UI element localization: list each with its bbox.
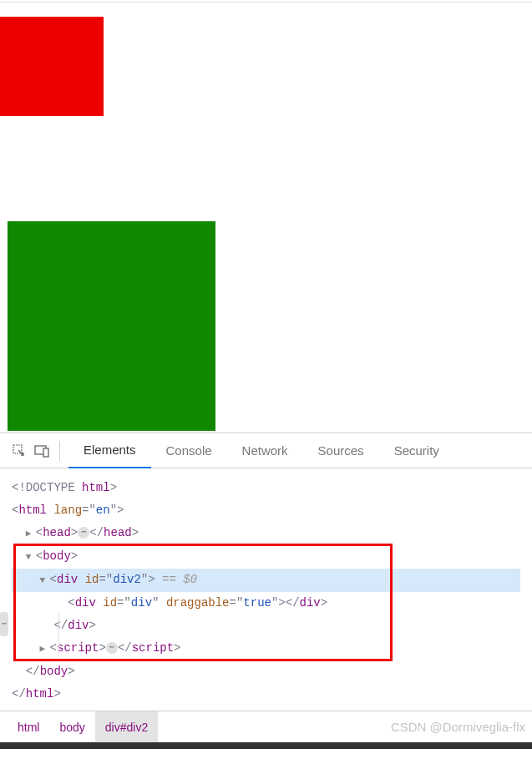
tree-guide-line (58, 612, 59, 657)
dom-doctype[interactable]: <!DOCTYPE html> (12, 477, 520, 499)
ellipsis-icon[interactable]: ⋯ (106, 642, 118, 654)
bottom-strip (0, 742, 532, 749)
breadcrumb-html[interactable]: html (8, 711, 49, 742)
green-box[interactable] (8, 221, 215, 431)
dom-div2-close[interactable]: </div> (12, 615, 520, 637)
inspect-icon[interactable] (8, 439, 31, 463)
tab-security[interactable]: Security (379, 433, 454, 468)
watermark-text: CSDN @Dormiveglia-flx (391, 720, 525, 734)
dom-div-inner[interactable]: <div id="div" draggable="true"></div> (12, 592, 520, 615)
dom-div2-open[interactable]: ▼<div id="div2"> == $0 (12, 569, 520, 592)
device-toggle-icon[interactable] (31, 439, 54, 463)
breadcrumb-bar: html body div#div2 CSDN @Dormiveglia-flx (0, 711, 532, 742)
red-box[interactable] (0, 17, 104, 116)
tab-console[interactable]: Console (151, 433, 227, 468)
dom-html-close[interactable]: </html> (12, 683, 520, 706)
tab-sources[interactable]: Sources (303, 433, 379, 468)
dom-tree[interactable]: ⋯ <!DOCTYPE html> <html lang="en"> ▶<hea… (0, 468, 532, 711)
dom-script[interactable]: ▶<script>⋯</script> (12, 637, 520, 660)
page-content (0, 3, 532, 433)
tab-elements[interactable]: Elements (68, 433, 151, 468)
devtools-tabs: Elements Console Network Sources Securit… (0, 433, 532, 468)
breadcrumb-div2[interactable]: div#div2 (95, 711, 158, 742)
devtools-panel: Elements Console Network Sources Securit… (0, 433, 532, 749)
ellipsis-icon[interactable]: ⋯ (78, 527, 89, 539)
dom-body-close[interactable]: </body> (12, 660, 520, 683)
dom-html-open[interactable]: <html lang="en"> (12, 499, 520, 522)
tab-divider (59, 441, 60, 461)
dom-body-open[interactable]: ▼<body> (12, 545, 520, 569)
dom-selected-marker-icon: ⋯ (0, 612, 8, 636)
breadcrumb-body[interactable]: body (49, 711, 94, 742)
svg-rect-2 (43, 448, 48, 457)
dom-head[interactable]: ▶<head>⋯</head> (12, 522, 520, 545)
tab-network[interactable]: Network (227, 433, 303, 468)
